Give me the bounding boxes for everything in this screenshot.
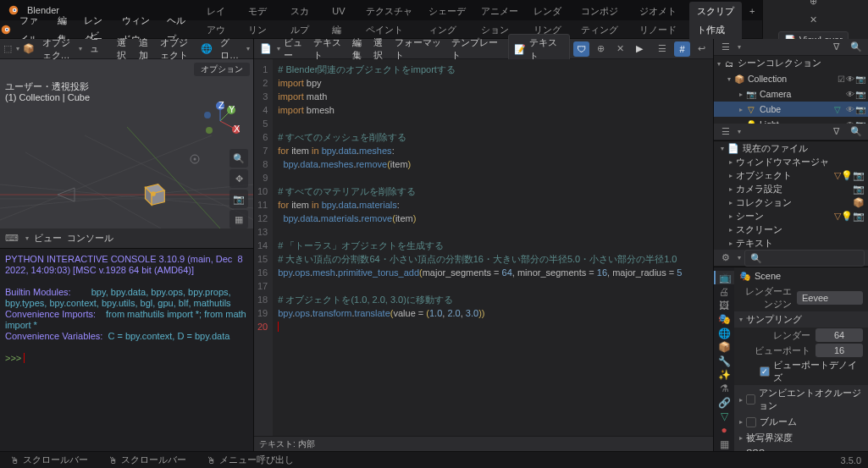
tab-constraints[interactable]: 🔗 — [714, 396, 734, 410]
wrap-toggle[interactable]: ↩ — [694, 41, 710, 57]
mouse-icon: 🖱 — [10, 455, 19, 465]
syntax-toggle[interactable]: ☰ — [655, 41, 671, 57]
viewport-denoise-check[interactable]: ✓ビューポートデノイズ — [734, 358, 868, 385]
text-editor[interactable]: 1234567891011121314151617181920 # Blende… — [254, 59, 713, 436]
svg-point-20 — [151, 191, 156, 196]
editor-type-icon[interactable]: ☰ — [717, 124, 734, 140]
outliner-camera[interactable]: ▸📷Camera👁📷 — [714, 86, 868, 102]
txt-menu-view[interactable]: ビュー — [284, 36, 310, 62]
viewport-tool-column: 🔍 ✥ 📷 ▦ — [229, 149, 248, 228]
editor-type-icon[interactable]: 📄 — [257, 41, 274, 57]
tab-output[interactable]: 🖨 — [714, 284, 734, 298]
code-content[interactable]: # Blender関連のオブジェクトをimportする import bpy i… — [273, 59, 687, 436]
txt-menu-select[interactable]: 選択 — [373, 36, 391, 62]
tab-particles[interactable]: ✨ — [714, 368, 734, 382]
version-label: 3.5.0 — [841, 455, 868, 465]
viewport-grid — [0, 59, 253, 228]
mode-icon[interactable]: 📦 — [23, 41, 35, 57]
texteditor-header: 📄▾ ビュー テキスト 編集 選択 フォーマット テンプレート 📝テキスト 🛡 … — [254, 39, 713, 59]
tab-world[interactable]: 🌐 — [714, 327, 734, 340]
txt-menu-text[interactable]: テキスト — [313, 36, 349, 62]
tab-mesh[interactable]: ▽ — [714, 410, 734, 423]
properties-header: ⚙▾ 🔍 — [714, 250, 868, 267]
file-browser[interactable]: ▾📄現在のファイル ▸ウィンドウマネージャ ▸オブジェクト▽💡📷 ▸カメラ設定📷… — [714, 140, 868, 250]
vp-menu-select[interactable]: 選択 — [113, 36, 131, 62]
svg-point-31 — [206, 127, 213, 134]
outliner-cube[interactable]: ▸▽Cube▽👁📷 — [714, 102, 868, 117]
outliner-light[interactable]: ▸💡Light👁📷 — [714, 117, 868, 124]
svg-text:Y: Y — [229, 104, 235, 114]
zoom-icon[interactable]: 🔍 — [229, 149, 248, 168]
outliner-header: ☰▾ ∇ 🔍 — [714, 39, 868, 56]
console-menu-view[interactable]: ビュー — [34, 232, 62, 245]
tab-render[interactable]: 📺 — [714, 271, 734, 284]
txt-menu-format[interactable]: フォーマット — [395, 36, 448, 62]
editor-type-icon[interactable]: ⬚ — [3, 41, 13, 57]
scene-new-button[interactable]: ⊕ — [804, 0, 821, 9]
text-new-button[interactable]: ⊕ — [593, 41, 609, 57]
vp-menu-add[interactable]: 追加 — [135, 36, 153, 62]
tab-scene[interactable]: 🎭 — [714, 312, 734, 326]
tab-texture[interactable]: ▦ — [714, 438, 734, 451]
mouse-icon: 🖱 — [108, 455, 118, 465]
txt-menu-edit[interactable]: 編集 — [352, 36, 370, 62]
section-bloom[interactable]: ブルーム — [734, 414, 868, 430]
cube-mesh-icon — [137, 178, 169, 210]
camera-icon[interactable]: 📷 — [229, 190, 248, 208]
editor-type-icon[interactable]: ⚙ — [717, 251, 734, 266]
svg-line-11 — [0, 135, 212, 220]
scene-delete-button[interactable]: ✕ — [804, 13, 821, 28]
section-dof[interactable]: 被写界深度 — [734, 430, 868, 446]
orientation-select[interactable]: グロ… — [216, 36, 243, 62]
svg-point-16 — [194, 158, 196, 161]
run-script-button[interactable]: ▶ — [632, 41, 648, 57]
mode-select[interactable]: オブジェク… — [38, 36, 76, 62]
engine-select[interactable]: Eevee — [797, 291, 863, 305]
editor-type-icon[interactable]: ⌨ — [3, 231, 20, 246]
properties-content: 🎭Scene レンダーエンジンEevee サンプリング レンダー64 ビューポー… — [734, 267, 868, 451]
python-console[interactable]: PYTHON INTERACTIVE CONSOLE 3.10.9 (main,… — [0, 249, 253, 451]
editor-type-icon[interactable]: ☰ — [717, 40, 734, 55]
texteditor-status: テキスト: 内部 — [254, 436, 713, 451]
properties-tabs: 📺 🖨 🖼 🎭 🌐 📦 🔧 ✨ ⚗ 🔗 ▽ ● ▦ — [714, 267, 734, 451]
line-gutter: 1234567891011121314151617181920 — [254, 59, 273, 436]
filter-icon[interactable]: ∇ — [827, 40, 844, 55]
viewport-samples[interactable]: 16 — [815, 344, 863, 357]
move-icon[interactable]: ✥ — [229, 169, 248, 188]
text-icon: 📝 — [514, 42, 526, 56]
tab-object[interactable]: 📦 — [714, 340, 734, 354]
search-icon[interactable]: 🔍 — [848, 40, 865, 55]
search-field[interactable]: 🔍 — [744, 250, 865, 267]
section-ao[interactable]: アンビエントオクルージョン — [734, 385, 868, 414]
tab-material[interactable]: ● — [714, 423, 734, 437]
render-samples[interactable]: 64 — [815, 328, 863, 342]
register-toggle[interactable]: 🛡 — [573, 41, 589, 57]
status-bar: 🖱スクロールバー 🖱スクロールバー 🖱メニュー呼び出し 3.5.0 — [0, 451, 868, 468]
filebrowser-header: ☰▾ ∇ 🔍 — [714, 124, 868, 140]
console-menu-console[interactable]: コンソール — [67, 232, 113, 245]
outliner-scene-collection[interactable]: ▾🗂シーンコレクション — [714, 56, 868, 71]
viewport-header: ⬚▾ 📦 オブジェク…▾ ビュー 選択 追加 オブジェクト 🌐 グロ…▾ — [0, 39, 253, 59]
linenum-toggle[interactable]: # — [674, 41, 690, 57]
blender-logo-icon[interactable] — [0, 20, 13, 39]
persp-icon[interactable]: ▦ — [229, 210, 248, 228]
tab-viewlayer[interactable]: 🖼 — [714, 299, 734, 312]
filter-icon[interactable]: ∇ — [827, 124, 844, 140]
mouse-icon: 🖱 — [207, 455, 216, 465]
vp-menu-object[interactable]: オブジェクト — [156, 36, 194, 62]
3d-viewport[interactable]: オプション ユーザー・透視投影 (1) Collection | Cube — [0, 59, 253, 228]
svg-text:X: X — [234, 124, 240, 134]
section-sampling[interactable]: サンプリング — [734, 311, 868, 328]
search-icon[interactable]: 🔍 — [848, 124, 865, 140]
console-header: ⌨▾ ビュー コンソール — [0, 228, 253, 249]
tab-modifiers[interactable]: 🔧 — [714, 354, 734, 367]
outliner[interactable]: ▾🗂シーンコレクション ▾📦Collection☑👁📷 ▸📷Camera👁📷 ▸… — [714, 56, 868, 124]
svg-point-5 — [6, 28, 8, 30]
text-unlink-button[interactable]: ✕ — [612, 41, 628, 57]
orientation-icon[interactable]: 🌐 — [201, 41, 213, 57]
axis-gizmo[interactable]: X Y Z — [201, 102, 240, 140]
outliner-collection[interactable]: ▾📦Collection☑👁📷 — [714, 71, 868, 86]
txt-menu-template[interactable]: テンプレート — [451, 36, 505, 62]
svg-text:Z: Z — [218, 102, 224, 110]
tab-physics[interactable]: ⚗ — [714, 382, 734, 395]
